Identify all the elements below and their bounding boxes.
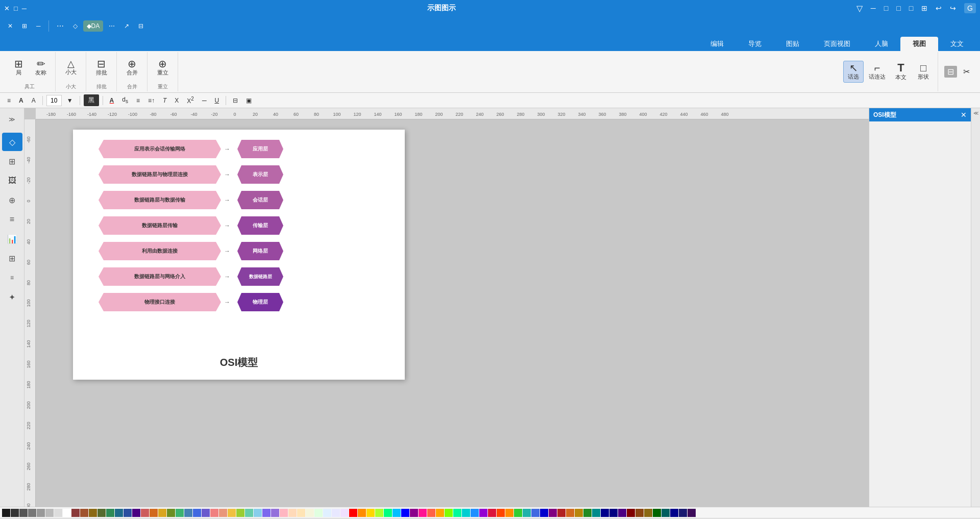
chevron-3[interactable]: 数据链路层与数据传输 (99, 191, 221, 209)
color-swatch[interactable] (627, 509, 635, 517)
note-toolbar-btn[interactable]: ⊟ (135, 20, 147, 32)
right-shape-3[interactable]: 会话层 (237, 191, 283, 209)
color-swatch[interactable] (653, 509, 661, 517)
color-swatch[interactable] (28, 509, 36, 517)
color-swatch[interactable] (609, 509, 618, 517)
color-swatch[interactable] (566, 509, 574, 517)
subscript-btn[interactable]: ds (119, 94, 131, 106)
color-swatch[interactable] (549, 509, 557, 517)
tab-edit[interactable]: 编辑 (698, 37, 736, 51)
color-swatch[interactable] (358, 509, 366, 517)
chevron-2[interactable]: 数据链路层与物理层连接 (99, 165, 221, 184)
right-panel-close-btn[interactable]: ✕ (961, 111, 967, 119)
color-swatch[interactable] (202, 509, 210, 517)
color-swatch[interactable] (97, 509, 106, 517)
color-swatch[interactable] (297, 509, 305, 517)
strikethrough-btn[interactable]: ─ (199, 95, 210, 106)
color-swatch[interactable] (176, 509, 184, 517)
fill-color-btn[interactable]: 黑 (84, 94, 99, 106)
color-swatch[interactable] (37, 509, 45, 517)
font-color-btn[interactable]: A (107, 95, 117, 106)
color-swatch[interactable] (71, 509, 80, 517)
sidebar-select-btn[interactable]: ◇ (2, 133, 22, 151)
color-swatch[interactable] (540, 509, 548, 517)
tab-brain[interactable]: 人脑 (863, 37, 900, 51)
combine-ribbon-btn[interactable]: ⊕ 合并 (122, 57, 142, 78)
color-swatch[interactable] (45, 509, 54, 517)
color-swatch[interactable] (401, 509, 409, 517)
color-swatch[interactable] (167, 509, 175, 517)
color-swatch[interactable] (679, 509, 687, 517)
cut-ribbon-btn[interactable]: ✂ (961, 66, 972, 78)
chevron-6[interactable]: 数据链路层与网络介入 (99, 267, 221, 286)
color-swatch[interactable] (644, 509, 652, 517)
color-swatch[interactable] (366, 509, 375, 517)
tab-view[interactable]: 视图 (900, 37, 938, 51)
underline-btn[interactable]: U (211, 95, 222, 106)
new-toolbar-btn[interactable]: ⊞ (18, 20, 31, 32)
tab-nav[interactable]: 导览 (736, 37, 774, 51)
color-swatch[interactable] (592, 509, 600, 517)
color-swatch[interactable] (306, 509, 314, 517)
color-swatch[interactable] (662, 509, 670, 517)
connect-ribbon-btn[interactable]: ⌐ 话连达 (866, 61, 889, 82)
color-swatch[interactable] (575, 509, 583, 517)
color-swatch[interactable] (670, 509, 678, 517)
align-left-btn[interactable]: ≡ (4, 95, 14, 106)
color-swatch[interactable] (280, 509, 288, 517)
shapes-toolbar-btn[interactable]: ◇ (69, 20, 81, 32)
sidebar-image-btn[interactable]: 🖼 (2, 171, 22, 190)
color-swatch[interactable] (453, 509, 461, 517)
shape-ribbon-btn[interactable]: □ 形状 (913, 61, 934, 82)
min-toolbar-btn[interactable]: ─ (33, 20, 44, 32)
color-swatch[interactable] (115, 509, 123, 517)
color-swatch[interactable] (332, 509, 340, 517)
text-ribbon-btn[interactable]: T 本文 (891, 61, 911, 83)
undo-ribbon-btn[interactable]: ⊟ (942, 65, 959, 79)
font-size-input[interactable] (46, 95, 62, 106)
color-swatch[interactable] (63, 509, 71, 517)
color-swatch[interactable] (349, 509, 357, 517)
color-swatch[interactable] (583, 509, 592, 517)
color-swatch[interactable] (462, 509, 470, 517)
color-swatch[interactable] (410, 509, 418, 517)
right-shape-1[interactable]: 应用层 (237, 140, 283, 158)
color-swatch[interactable] (471, 509, 479, 517)
color-swatch[interactable] (323, 509, 331, 517)
right-shape-7[interactable]: 物理层 (237, 293, 283, 311)
size-ribbon-btn[interactable]: △ 小大 (61, 58, 81, 78)
right-shape-6[interactable]: 数据链路层 (237, 267, 283, 286)
cursor-toolbar-btn[interactable]: ↗ (120, 20, 133, 32)
right-shape-4[interactable]: 传输层 (237, 216, 283, 235)
color-swatch[interactable] (340, 509, 349, 517)
color-swatch[interactable] (375, 509, 383, 517)
color-swatch[interactable] (488, 509, 496, 517)
select-toolbar-btn[interactable]: ⋯ (53, 20, 67, 32)
text-style-btn[interactable]: T (160, 95, 169, 106)
sidebar-grid-btn[interactable]: ⊞ (2, 152, 22, 170)
color-swatch[interactable] (688, 509, 696, 517)
color-swatch[interactable] (531, 509, 540, 517)
sidebar-list-btn[interactable]: ≡ (2, 210, 22, 229)
color-swatch[interactable] (158, 509, 166, 517)
color-swatch[interactable] (19, 509, 28, 517)
color-swatch[interactable] (228, 509, 236, 517)
color-swatch[interactable] (419, 509, 427, 517)
layers-ribbon-btn[interactable]: ⊕ 重立 (153, 57, 173, 78)
color-swatch[interactable] (11, 509, 19, 517)
color-swatch[interactable] (2, 509, 10, 517)
color-swatch[interactable] (314, 509, 323, 517)
color-swatch[interactable] (601, 509, 609, 517)
color-swatch[interactable] (635, 509, 644, 517)
scroll-up-arrow[interactable]: ≪ (973, 110, 978, 116)
chevron-4[interactable]: 数据链路层传输 (99, 216, 221, 235)
da-toolbar-btn[interactable]: ◆DA (83, 20, 104, 32)
color-swatch[interactable] (262, 509, 271, 517)
color-swatch[interactable] (271, 509, 279, 517)
color-swatch[interactable] (245, 509, 253, 517)
strike-btn[interactable]: X (172, 95, 182, 106)
color-swatch[interactable] (184, 509, 192, 517)
color-swatch[interactable] (479, 509, 487, 517)
tab-sticker[interactable]: 图贴 (774, 37, 812, 51)
sidebar-expand-btn[interactable]: ≫ (2, 110, 22, 129)
